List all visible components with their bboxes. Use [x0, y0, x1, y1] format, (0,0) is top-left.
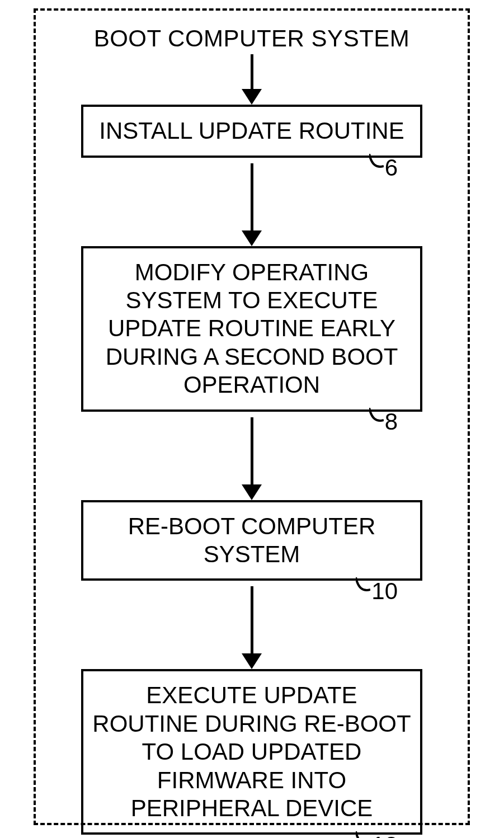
ref-hook-icon [369, 408, 384, 428]
node-ref: 12 [356, 831, 398, 838]
node-ref-number: 8 [385, 408, 398, 436]
start-label: BOOT COMPUTER SYSTEM [94, 25, 410, 52]
arrow-node2-to-node3 [242, 586, 262, 669]
node-ref-number: 10 [371, 577, 398, 605]
node-ref: 10 [356, 577, 398, 605]
ref-hook-icon [356, 577, 370, 597]
arrow-start-to-node0 [242, 54, 262, 105]
node-ref: 6 [369, 154, 398, 182]
node-ref-number: 6 [385, 154, 398, 182]
node-text: INSTALL UPDATE ROUTINE [99, 117, 404, 144]
node-text: RE-BOOT COMPUTER SYSTEM [128, 513, 376, 567]
ref-hook-icon [369, 154, 384, 174]
node-modify-operating-system: MODIFY OPERATING SYSTEM TO EXECUTE UPDAT… [81, 246, 422, 412]
node-text: EXECUTE UPDATE ROUTINE DURING RE-BOOT TO… [92, 682, 411, 821]
node-install-update-routine: INSTALL UPDATE ROUTINE 6 [81, 105, 422, 157]
flowchart: BOOT COMPUTER SYSTEM INSTALL UPDATE ROUT… [34, 8, 470, 825]
node-ref-number: 12 [371, 831, 398, 838]
arrow-node0-to-node1 [242, 163, 262, 246]
node-ref: 8 [369, 408, 398, 436]
node-reboot-computer-system: RE-BOOT COMPUTER SYSTEM 10 [81, 500, 422, 581]
ref-hook-icon [356, 831, 370, 838]
node-execute-update-routine: EXECUTE UPDATE ROUTINE DURING RE-BOOT TO… [81, 669, 422, 835]
node-text: MODIFY OPERATING SYSTEM TO EXECUTE UPDAT… [106, 259, 398, 398]
arrow-node1-to-node2 [242, 417, 262, 500]
